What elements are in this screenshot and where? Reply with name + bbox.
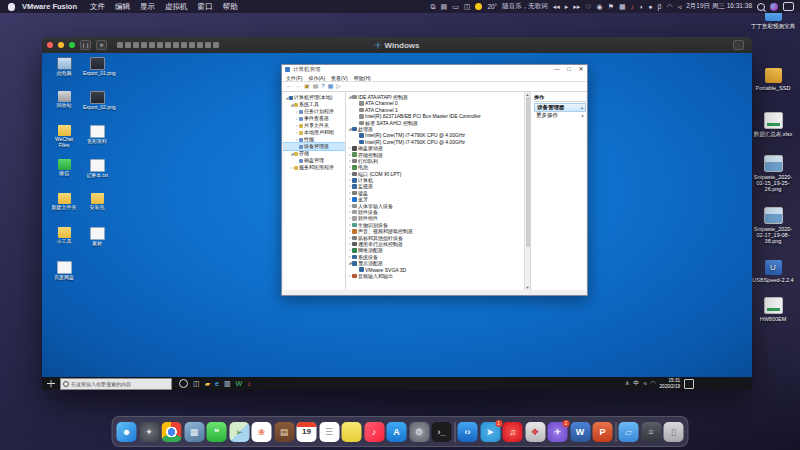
console-icon[interactable]: ▦ — [328, 82, 334, 91]
tree-item-任务计划程序[interactable]: ▹任务计划程序 — [283, 108, 345, 115]
wps-icon[interactable]: W — [236, 377, 243, 390]
win-desktop-icon[interactable]: 回收站 — [50, 91, 78, 109]
win-desktop-icon[interactable]: 百度网盘 — [50, 261, 78, 281]
dock-system-preferences-icon[interactable]: ⚙ — [409, 422, 429, 442]
dock-chrome-icon[interactable] — [162, 422, 182, 442]
cm-minimize-button[interactable]: — — [551, 65, 563, 74]
network-icon[interactable]: ◠ — [650, 379, 655, 388]
file-explorer-icon[interactable]: ▰ — [205, 377, 210, 390]
dock-trash-icon[interactable]: ▯ — [664, 422, 684, 442]
mac-desktop-icon[interactable]: HW800EM — [750, 297, 796, 322]
wifi-icon[interactable]: ◠ — [667, 0, 673, 13]
cm-maximize-button[interactable]: □ — [563, 65, 575, 74]
dock-photos-icon[interactable]: ❀ — [252, 422, 272, 442]
vmware-titlebar[interactable]: ❙❙ ✱ Windows — [42, 37, 752, 53]
dock-stickies-icon[interactable] — [342, 422, 362, 442]
tree-item-事件查看器[interactable]: ▹事件查看器 — [283, 115, 345, 122]
windows-desktop[interactable]: 此电脑回收站WeChat Files微信新建文件夹小工具百度网盘Export_0… — [42, 53, 752, 377]
menubar-menu-文件[interactable]: 文件 — [90, 2, 105, 12]
control-center-icon[interactable] — [783, 2, 794, 11]
help-icon[interactable]: ? — [321, 82, 324, 91]
tree-item-本地用户和组[interactable]: ▹本地用户和组 — [283, 129, 345, 136]
menubar-menu-编辑[interactable]: 编辑 — [115, 2, 130, 12]
volume-icon[interactable]: ◃ — [643, 379, 646, 388]
edge-icon[interactable]: e — [215, 377, 219, 390]
doc-icon[interactable]: ▤ — [313, 82, 319, 91]
cloud-icon[interactable]: ● — [648, 0, 652, 13]
dock-telegram-icon[interactable]: ➤1 — [480, 422, 500, 442]
cm-menu-查看(V)[interactable]: 查看(V) — [331, 75, 348, 81]
tree-item-性能[interactable]: ▹性能 — [283, 136, 345, 143]
record-icon[interactable]: ◉ — [597, 0, 603, 13]
grid-icon[interactable]: ▦ — [619, 0, 626, 13]
device-row[interactable]: ▹音频输入和输出 — [346, 273, 530, 279]
volume-icon[interactable]: ◃ — [678, 0, 682, 13]
menubar-clock[interactable]: 2月19日 周三 16:31:38 — [686, 2, 752, 11]
music-status-text[interactable]: 随音乐，无歌词 — [502, 2, 548, 11]
cortana-icon[interactable] — [179, 379, 188, 388]
dock-word-icon[interactable]: W — [570, 422, 590, 442]
spotlight-icon[interactable] — [757, 3, 765, 11]
cm-menu-帮助(H)[interactable]: 帮助(H) — [354, 75, 371, 81]
win-desktop-icon[interactable]: WeChat Files — [50, 125, 78, 148]
tree-item-系统工具[interactable]: ◢系统工具 — [283, 101, 345, 108]
netease-status-icon[interactable]: ♪ — [631, 0, 635, 13]
dock-netease-music-icon[interactable]: ♫ — [503, 422, 523, 442]
taskbar-clock[interactable]: 15:31 2020/2/19 — [660, 378, 680, 389]
dock-documents-folder-icon[interactable]: ▱ — [619, 422, 639, 442]
dock-finder-icon[interactable]: ☻ — [117, 422, 137, 442]
actions-device-manager-item[interactable]: 设备管理器 ▴ — [534, 103, 586, 112]
tree-item-存储[interactable]: ◢存储 — [283, 150, 345, 157]
displays-icon[interactable]: ⧉ — [431, 0, 436, 13]
fast-forward-icon[interactable]: ▸▸ — [573, 0, 580, 13]
scroll-thumb[interactable] — [526, 97, 530, 247]
dock-maps-icon[interactable]: ➢ — [229, 422, 249, 442]
dock-bird-app-icon[interactable]: ✈2 — [548, 422, 568, 442]
tree-item-设备管理器[interactable]: 设备管理器 — [283, 143, 345, 150]
cm-titlebar[interactable]: 计算机管理 — □ ✕ — [282, 65, 587, 74]
cm-menu-操作(A)[interactable]: 操作(A) — [308, 75, 325, 81]
dock-reminders-icon[interactable]: ☰ — [319, 422, 339, 442]
start-button[interactable] — [47, 380, 55, 388]
bluetooth-icon[interactable]: β — [658, 0, 662, 13]
win-desktop-icon[interactable]: 小工具 — [50, 227, 78, 245]
cm-scrollbar[interactable]: ▲ ▼ — [524, 92, 530, 290]
back-icon[interactable]: ← — [286, 82, 292, 91]
dock-launchpad-icon[interactable]: ✦ — [139, 422, 159, 442]
taskbar-search-box[interactable]: 在这里输入你要搜索的内容 — [60, 378, 172, 390]
win-desktop-icon[interactable]: Export_01.png — [83, 57, 111, 77]
scroll-down-icon[interactable]: ▼ — [525, 285, 530, 290]
heart-icon[interactable]: ♡ — [585, 0, 591, 13]
wechat-status-icon[interactable]: ◖ — [639, 0, 643, 13]
menubar-menu-帮助[interactable]: 帮助 — [223, 2, 238, 12]
legacy-icon[interactable]: ▷ — [336, 82, 341, 91]
mac-desktop-icon[interactable]: 数据汇总表.xlsx — [750, 112, 796, 137]
tree-item-共享文件夹[interactable]: ▹共享文件夹 — [283, 122, 345, 129]
mac-desktop-icon[interactable]: UUSBSpeed-2.2.4 — [750, 260, 796, 283]
active-app-name[interactable]: VMware Fusion — [22, 2, 77, 11]
mac-desktop-icon[interactable]: Snipaste_2020-02-15_19-25-26.png — [750, 155, 796, 192]
siri-icon[interactable] — [770, 3, 778, 11]
dock-vmware-fusion-icon[interactable]: ❖ — [525, 422, 545, 442]
store-icon[interactable]: ▥ — [224, 377, 231, 390]
tree-item-磁盘管理[interactable]: 磁盘管理 — [283, 157, 345, 164]
input-source-icon[interactable]: ◫ — [464, 0, 471, 13]
cm-menu-文件(F)[interactable]: 文件(F) — [286, 75, 302, 81]
win-desktop-icon[interactable]: 此电脑 — [50, 57, 78, 77]
win-desktop-icon[interactable]: 竞彩资料 — [83, 125, 111, 145]
actions-more-item[interactable]: 更多操作 ▸ — [534, 112, 586, 119]
dock-calendar-icon[interactable]: 19 — [297, 422, 317, 442]
menubar-menu-窗口[interactable]: 窗口 — [198, 2, 213, 12]
menubar-menu-显示[interactable]: 显示 — [140, 2, 155, 12]
keyboard-brightness-icon[interactable]: ▤ — [441, 0, 448, 13]
win-desktop-icon[interactable]: 素材 — [83, 227, 111, 247]
forward-icon[interactable]: → — [295, 82, 301, 91]
weather-icon[interactable] — [475, 3, 482, 10]
dock-vscode-icon[interactable]: ‹› — [458, 422, 478, 442]
menubar-menu-虚拟机[interactable]: 虚拟机 — [165, 2, 188, 12]
rewind-icon[interactable]: ◂◂ — [553, 0, 560, 13]
dock-terminal-icon[interactable]: ›_ — [432, 422, 452, 442]
cm-close-button[interactable]: ✕ — [575, 65, 587, 74]
win-desktop-icon[interactable]: 微信 — [50, 159, 78, 177]
apple-menu-icon[interactable] — [8, 3, 15, 11]
